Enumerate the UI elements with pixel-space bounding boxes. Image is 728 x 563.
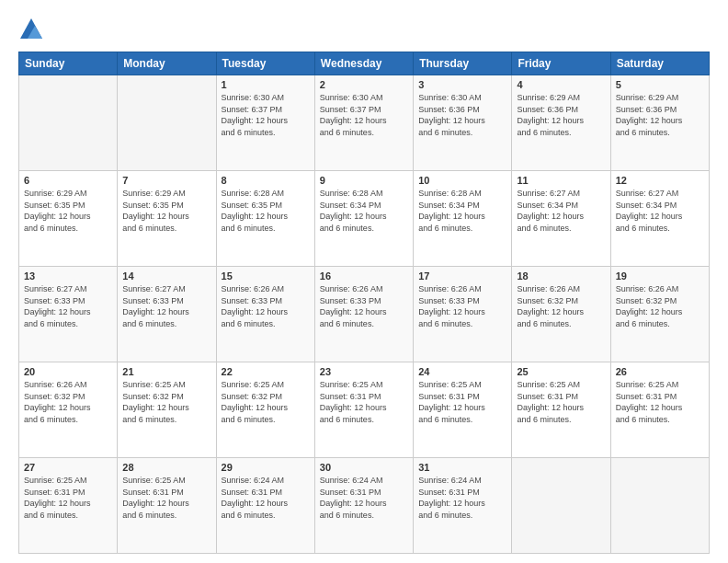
day-number: 31 [418,462,506,473]
day-number: 3 [418,79,506,90]
week-row-4: 20Sunrise: 6:26 AM Sunset: 6:32 PM Dayli… [19,362,710,458]
calendar-cell: 12Sunrise: 6:27 AM Sunset: 6:34 PM Dayli… [610,171,709,267]
day-number: 22 [222,366,310,377]
day-number: 26 [616,366,704,377]
calendar-cell: 24Sunrise: 6:25 AM Sunset: 6:31 PM Dayli… [414,362,512,458]
day-info: Sunrise: 6:26 AM Sunset: 6:33 PM Dayligh… [418,283,506,329]
calendar-cell: 2Sunrise: 6:30 AM Sunset: 6:37 PM Daylig… [314,75,413,171]
calendar-table: SundayMondayTuesdayWednesdayThursdayFrid… [18,52,710,554]
calendar-cell [610,458,709,554]
day-number: 25 [517,366,605,377]
calendar-cell: 7Sunrise: 6:29 AM Sunset: 6:35 PM Daylig… [118,171,216,267]
week-row-2: 6Sunrise: 6:29 AM Sunset: 6:35 PM Daylig… [19,171,710,267]
day-info: Sunrise: 6:25 AM Sunset: 6:31 PM Dayligh… [24,475,112,521]
day-info: Sunrise: 6:25 AM Sunset: 6:31 PM Dayligh… [517,379,605,425]
week-row-5: 27Sunrise: 6:25 AM Sunset: 6:31 PM Dayli… [19,458,710,554]
calendar-cell: 15Sunrise: 6:26 AM Sunset: 6:33 PM Dayli… [216,267,314,362]
logo [18,17,48,42]
calendar-cell [512,458,610,554]
calendar-cell: 8Sunrise: 6:28 AM Sunset: 6:35 PM Daylig… [216,171,314,267]
weekday-header-saturday: Saturday [610,52,709,75]
day-number: 15 [222,270,310,282]
day-number: 17 [418,270,506,282]
day-info: Sunrise: 6:28 AM Sunset: 6:34 PM Dayligh… [418,188,506,234]
weekday-header-row: SundayMondayTuesdayWednesdayThursdayFrid… [19,52,710,75]
calendar-cell: 6Sunrise: 6:29 AM Sunset: 6:35 PM Daylig… [19,171,118,267]
day-number: 8 [222,175,310,186]
day-number: 10 [418,175,506,186]
calendar-cell: 21Sunrise: 6:25 AM Sunset: 6:32 PM Dayli… [118,362,216,458]
calendar-cell: 1Sunrise: 6:30 AM Sunset: 6:37 PM Daylig… [216,75,314,171]
day-number: 24 [418,366,506,377]
calendar-cell [118,75,216,171]
calendar-cell: 16Sunrise: 6:26 AM Sunset: 6:33 PM Dayli… [314,267,413,362]
day-info: Sunrise: 6:27 AM Sunset: 6:33 PM Dayligh… [24,283,112,329]
logo-icon [18,17,44,42]
day-info: Sunrise: 6:25 AM Sunset: 6:31 PM Dayligh… [616,379,704,425]
day-info: Sunrise: 6:25 AM Sunset: 6:31 PM Dayligh… [320,379,408,425]
day-number: 30 [320,462,408,473]
calendar-page: SundayMondayTuesdayWednesdayThursdayFrid… [0,0,728,563]
weekday-header-tuesday: Tuesday [216,52,314,75]
calendar-cell: 9Sunrise: 6:28 AM Sunset: 6:34 PM Daylig… [314,171,413,267]
day-info: Sunrise: 6:30 AM Sunset: 6:36 PM Dayligh… [418,92,506,138]
day-info: Sunrise: 6:26 AM Sunset: 6:33 PM Dayligh… [320,283,408,329]
day-number: 18 [517,270,605,282]
calendar-cell: 22Sunrise: 6:25 AM Sunset: 6:32 PM Dayli… [216,362,314,458]
day-number: 1 [222,79,310,90]
calendar-cell: 28Sunrise: 6:25 AM Sunset: 6:31 PM Dayli… [118,458,216,554]
day-number: 14 [122,270,210,282]
day-info: Sunrise: 6:28 AM Sunset: 6:34 PM Dayligh… [320,188,408,234]
day-info: Sunrise: 6:29 AM Sunset: 6:35 PM Dayligh… [122,188,210,234]
calendar-cell: 31Sunrise: 6:24 AM Sunset: 6:31 PM Dayli… [414,458,512,554]
day-number: 29 [222,462,310,473]
day-info: Sunrise: 6:26 AM Sunset: 6:32 PM Dayligh… [616,283,704,329]
day-info: Sunrise: 6:25 AM Sunset: 6:32 PM Dayligh… [122,379,210,425]
calendar-cell: 4Sunrise: 6:29 AM Sunset: 6:36 PM Daylig… [512,75,610,171]
calendar-cell: 5Sunrise: 6:29 AM Sunset: 6:36 PM Daylig… [610,75,709,171]
day-info: Sunrise: 6:24 AM Sunset: 6:31 PM Dayligh… [320,475,408,521]
day-info: Sunrise: 6:29 AM Sunset: 6:36 PM Dayligh… [616,92,704,138]
day-number: 28 [122,462,210,473]
calendar-cell: 30Sunrise: 6:24 AM Sunset: 6:31 PM Dayli… [314,458,413,554]
day-info: Sunrise: 6:26 AM Sunset: 6:32 PM Dayligh… [24,379,112,425]
week-row-1: 1Sunrise: 6:30 AM Sunset: 6:37 PM Daylig… [19,75,710,171]
calendar-cell: 17Sunrise: 6:26 AM Sunset: 6:33 PM Dayli… [414,267,512,362]
week-row-3: 13Sunrise: 6:27 AM Sunset: 6:33 PM Dayli… [19,267,710,362]
day-number: 6 [24,175,112,186]
day-info: Sunrise: 6:28 AM Sunset: 6:35 PM Dayligh… [222,188,310,234]
weekday-header-wednesday: Wednesday [314,52,413,75]
day-number: 23 [320,366,408,377]
calendar-cell: 27Sunrise: 6:25 AM Sunset: 6:31 PM Dayli… [19,458,118,554]
day-info: Sunrise: 6:27 AM Sunset: 6:34 PM Dayligh… [517,188,605,234]
day-info: Sunrise: 6:25 AM Sunset: 6:31 PM Dayligh… [418,379,506,425]
day-number: 19 [616,270,704,282]
day-info: Sunrise: 6:29 AM Sunset: 6:35 PM Dayligh… [24,188,112,234]
calendar-cell: 11Sunrise: 6:27 AM Sunset: 6:34 PM Dayli… [512,171,610,267]
day-info: Sunrise: 6:27 AM Sunset: 6:34 PM Dayligh… [616,188,704,234]
day-info: Sunrise: 6:25 AM Sunset: 6:32 PM Dayligh… [222,379,310,425]
calendar-cell: 23Sunrise: 6:25 AM Sunset: 6:31 PM Dayli… [314,362,413,458]
day-number: 5 [616,79,704,90]
calendar-cell: 29Sunrise: 6:24 AM Sunset: 6:31 PM Dayli… [216,458,314,554]
day-number: 21 [122,366,210,377]
weekday-header-sunday: Sunday [19,52,118,75]
day-number: 4 [517,79,605,90]
calendar-cell: 13Sunrise: 6:27 AM Sunset: 6:33 PM Dayli… [19,267,118,362]
day-info: Sunrise: 6:29 AM Sunset: 6:36 PM Dayligh… [517,92,605,138]
weekday-header-friday: Friday [512,52,610,75]
day-number: 20 [24,366,112,377]
calendar-cell: 14Sunrise: 6:27 AM Sunset: 6:33 PM Dayli… [118,267,216,362]
day-info: Sunrise: 6:25 AM Sunset: 6:31 PM Dayligh… [122,475,210,521]
calendar-cell: 10Sunrise: 6:28 AM Sunset: 6:34 PM Dayli… [414,171,512,267]
day-info: Sunrise: 6:26 AM Sunset: 6:33 PM Dayligh… [222,283,310,329]
day-number: 13 [24,270,112,282]
day-info: Sunrise: 6:30 AM Sunset: 6:37 PM Dayligh… [222,92,310,138]
day-number: 2 [320,79,408,90]
day-info: Sunrise: 6:24 AM Sunset: 6:31 PM Dayligh… [222,475,310,521]
day-info: Sunrise: 6:30 AM Sunset: 6:37 PM Dayligh… [320,92,408,138]
calendar-cell: 20Sunrise: 6:26 AM Sunset: 6:32 PM Dayli… [19,362,118,458]
day-number: 11 [517,175,605,186]
day-info: Sunrise: 6:24 AM Sunset: 6:31 PM Dayligh… [418,475,506,521]
day-number: 27 [24,462,112,473]
